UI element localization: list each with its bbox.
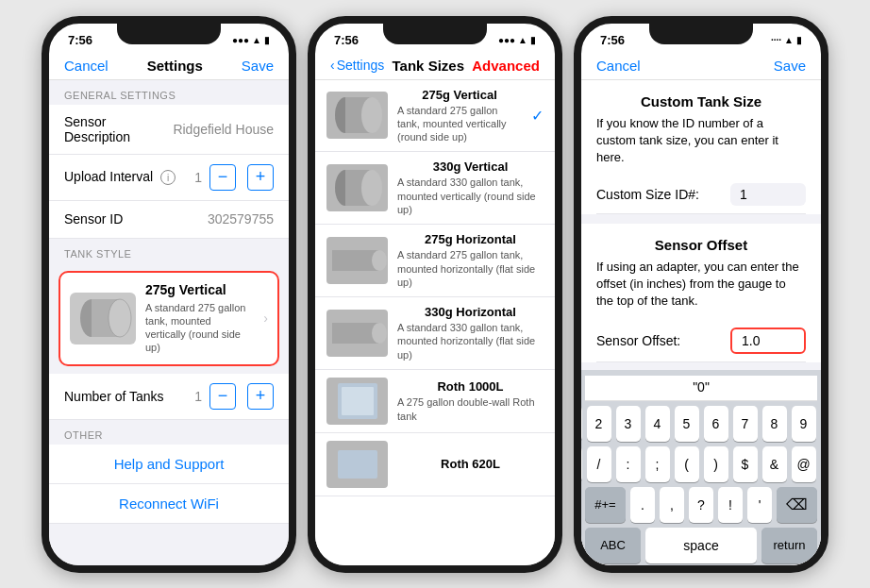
save-button-3[interactable]: Save xyxy=(774,58,806,74)
key-space[interactable]: space xyxy=(645,528,757,563)
key-colon[interactable]: : xyxy=(616,446,641,482)
nav-bar-2: ‹ Settings Tank Sizes Advanced xyxy=(315,54,555,80)
key-delete[interactable]: ⌫ xyxy=(777,487,817,523)
keyboard: "0" 1 2 3 4 5 6 7 8 9 0 - / xyxy=(581,370,821,565)
key-at[interactable]: @ xyxy=(792,446,816,482)
key-0[interactable]: 0 xyxy=(821,406,822,442)
key-comma[interactable]: , xyxy=(660,487,684,523)
wifi-icon-2: ▲ xyxy=(518,35,527,45)
tank-list-thumb-0 xyxy=(326,92,388,139)
tank-list-info-2: 275g Horizontal A standard 275 gallon ta… xyxy=(397,232,544,289)
key-abc[interactable]: ABC xyxy=(585,528,641,563)
key-amp[interactable]: & xyxy=(762,446,787,482)
custom-size-field-row: Custom Size ID#: xyxy=(596,176,806,214)
tank-style-box[interactable]: 275g Vertical A standard 275 gallon tank… xyxy=(59,271,279,366)
reconnect-wifi-row[interactable]: Reconnect WiFi xyxy=(49,484,289,524)
increment-btn[interactable]: + xyxy=(247,164,274,191)
key-4[interactable]: 4 xyxy=(645,406,670,442)
tank-list-name-5: Roth 620L xyxy=(397,457,544,471)
sensor-id-value: 302579755 xyxy=(208,211,274,227)
key-hash[interactable]: #+= xyxy=(585,487,626,523)
key-semi[interactable]: ; xyxy=(645,446,670,482)
info-icon[interactable]: i xyxy=(160,170,176,185)
key-apos[interactable]: ' xyxy=(747,487,772,523)
status-icons-2: ●●● ▲ ▮ xyxy=(498,35,536,45)
status-time-2: 7:56 xyxy=(334,33,359,47)
svg-point-12 xyxy=(372,250,387,271)
decrement-btn[interactable]: − xyxy=(209,164,236,191)
key-minus[interactable]: - xyxy=(581,446,582,482)
key-5[interactable]: 5 xyxy=(675,406,699,442)
key-quote[interactable]: " xyxy=(821,446,822,482)
number-of-tanks-row: Number of Tanks 1 − + xyxy=(49,374,289,420)
tanks-decrement-btn[interactable]: − xyxy=(209,383,236,410)
advanced-button[interactable]: Advanced xyxy=(472,58,540,74)
status-time-1: 7:56 xyxy=(68,33,92,47)
tank-list-item[interactable]: Roth 620L xyxy=(315,433,555,496)
keyboard-row-special: #+= . , ? ! ' ⌫ xyxy=(585,487,817,523)
num-tanks-value: 1 xyxy=(194,389,202,404)
help-support-row[interactable]: Help and Support xyxy=(49,445,289,484)
key-question[interactable]: ? xyxy=(689,487,713,523)
settings-title: Settings xyxy=(147,58,203,74)
tank-list-item[interactable]: 330g Vertical A standard 330 gallon tank… xyxy=(315,152,555,225)
help-support-link[interactable]: Help and Support xyxy=(114,456,225,472)
custom-tank-section: Custom Tank Size If you know the ID numb… xyxy=(581,80,821,215)
key-return[interactable]: return xyxy=(761,528,817,563)
reconnect-wifi-link[interactable]: Reconnect WiFi xyxy=(119,496,219,512)
key-3[interactable]: 3 xyxy=(616,406,641,442)
upload-interval-label: Upload Interval i xyxy=(64,169,194,186)
upload-interval-row: Upload Interval i 1 − + xyxy=(49,155,289,201)
tank-name-1: 275g Vertical xyxy=(145,282,254,297)
key-7[interactable]: 7 xyxy=(733,406,758,442)
tank-list-info-4: Roth 1000L A 275 gallon double-wall Roth… xyxy=(397,379,544,423)
custom-tank-content: Custom Tank Size If you know the ID numb… xyxy=(581,80,821,565)
settings-content: GENERAL SETTINGS Sensor Description Ridg… xyxy=(49,80,289,565)
tank-list-thumb-1 xyxy=(326,164,388,211)
status-icons-1: ●●● ▲ ▮ xyxy=(232,35,270,45)
cancel-button-3[interactable]: Cancel xyxy=(596,58,641,74)
key-period[interactable]: . xyxy=(630,487,655,523)
status-icons-3: ···· ▲ ▮ xyxy=(771,35,802,45)
tanks-increment-btn[interactable]: + xyxy=(247,383,274,410)
svg-rect-17 xyxy=(342,387,374,415)
tank-list: 275g Vertical A standard 275 gallon tank… xyxy=(315,80,555,565)
tank-list-item[interactable]: 275g Vertical A standard 275 gallon tank… xyxy=(315,80,555,153)
key-1[interactable]: 1 xyxy=(581,406,582,442)
tank-list-name-0: 275g Vertical xyxy=(397,88,522,102)
custom-tank-title: Custom Tank Size xyxy=(596,93,806,109)
key-2[interactable]: 2 xyxy=(587,406,611,442)
key-exclaim[interactable]: ! xyxy=(718,487,743,523)
tank-list-item[interactable]: 275g Horizontal A standard 275 gallon ta… xyxy=(315,225,555,297)
svg-point-15 xyxy=(372,323,387,344)
key-8[interactable]: 8 xyxy=(762,406,787,442)
save-button-1[interactable]: Save xyxy=(242,58,274,74)
key-9[interactable]: 9 xyxy=(792,406,816,442)
phone-settings: 7:56 ●●● ▲ ▮ Cancel Settings Save GENERA… xyxy=(42,16,296,573)
sensor-desc-value: Ridgefield House xyxy=(173,122,274,137)
status-bar-1: 7:56 ●●● ▲ ▮ xyxy=(49,24,289,54)
tank-list-name-1: 330g Vertical xyxy=(397,160,544,174)
tank-list-info-1: 330g Vertical A standard 330 gallon tank… xyxy=(397,160,544,216)
tank-list-name-3: 330g Horizontal xyxy=(397,305,544,319)
sensor-offset-input[interactable] xyxy=(730,328,806,354)
key-slash[interactable]: / xyxy=(587,446,611,482)
keyboard-row-bottom: ABC space return xyxy=(585,528,817,563)
signal-icon-2: ●●● xyxy=(498,35,515,45)
sensor-description-row: Sensor Description Ridgefield House xyxy=(49,105,289,155)
cancel-button-1[interactable]: Cancel xyxy=(64,58,109,74)
key-dollar[interactable]: $ xyxy=(733,446,758,482)
tank-list-item[interactable]: Roth 1000L A 275 gallon double-wall Roth… xyxy=(315,370,555,433)
tanks-stepper: − + xyxy=(209,383,274,410)
back-button-2[interactable]: ‹ Settings xyxy=(330,58,384,73)
key-lparen[interactable]: ( xyxy=(675,446,699,482)
custom-size-input[interactable] xyxy=(730,183,806,206)
key-6[interactable]: 6 xyxy=(704,406,728,442)
other-header: OTHER xyxy=(49,420,289,445)
custom-tank-desc: If you know the ID number of a custom ta… xyxy=(596,115,806,167)
tank-list-desc-4: A 275 gallon double-wall Roth tank xyxy=(397,395,544,423)
tank-list-item[interactable]: 330g Horizontal A standard 330 gallon ta… xyxy=(315,297,555,370)
battery-icon-2: ▮ xyxy=(530,35,536,45)
key-rparen[interactable]: ) xyxy=(704,446,728,482)
custom-size-label: Custom Size ID#: xyxy=(596,187,730,202)
